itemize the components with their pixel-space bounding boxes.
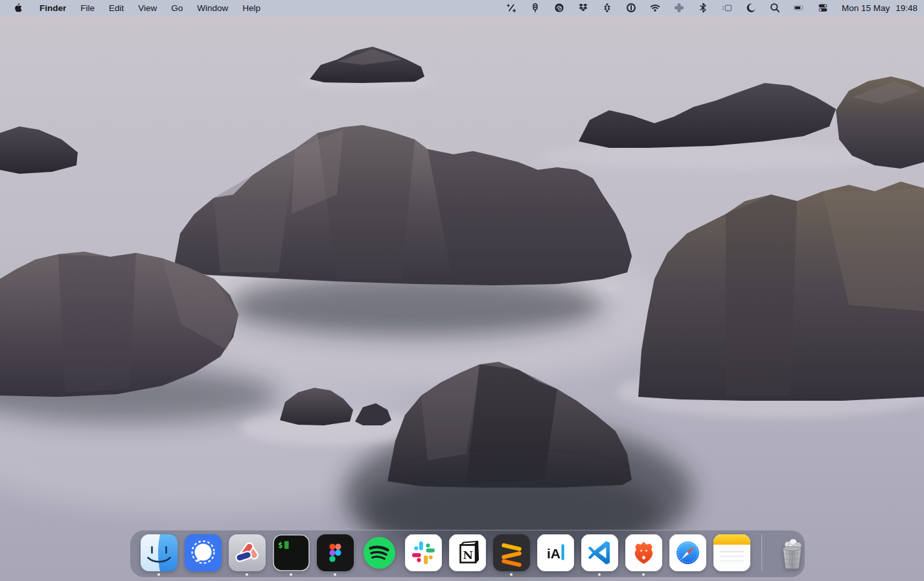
notes-icon (713, 534, 750, 571)
dock-item-trash[interactable] (774, 530, 811, 578)
svg-text:iA: iA (547, 546, 560, 561)
menu-bar-clock[interactable]: Mon 15 May 19:48 (835, 3, 918, 13)
ia-writer-icon: iA (537, 534, 574, 571)
power-circle-icon[interactable] (619, 0, 643, 16)
dock-item-safari[interactable] (669, 530, 706, 578)
menu-bar: Finder File Edit View Go Window Help (0, 0, 924, 16)
svg-text:N: N (463, 548, 473, 561)
dots-cluster-icon[interactable] (595, 0, 619, 16)
brave-icon (625, 534, 662, 571)
dock-item-notion[interactable]: N (449, 530, 486, 578)
dock-item-sublime-text[interactable] (493, 530, 530, 578)
svg-text:$: $ (278, 540, 283, 550)
apple-menu[interactable] (5, 0, 32, 16)
dock-item-arc[interactable] (229, 530, 266, 578)
running-indicator (157, 573, 160, 576)
bluetooth-icon[interactable] (691, 0, 715, 16)
dropbox-icon[interactable] (572, 0, 595, 16)
slack-icon (405, 534, 442, 571)
window-snap-icon[interactable] (715, 0, 739, 16)
menu-finder[interactable]: Finder (32, 0, 73, 16)
menu-bar-status-area: Mon 15 May 19:48 (500, 0, 924, 16)
notion-icon: N (449, 534, 486, 571)
desktop-wallpaper (0, 0, 924, 581)
running-indicator (642, 573, 645, 576)
menu-file[interactable]: File (73, 0, 102, 16)
plus-cross-icon[interactable] (667, 0, 691, 16)
trash-full-icon (774, 534, 811, 571)
safari-icon (669, 534, 706, 571)
apple-icon (14, 3, 23, 13)
terminal-icon: $ (273, 534, 310, 571)
battery-icon[interactable] (787, 0, 811, 16)
menu-go[interactable]: Go (164, 0, 190, 16)
dock-item-finder[interactable] (141, 530, 178, 578)
adobe-creative-cloud-icon[interactable] (548, 0, 572, 16)
vscode-icon (581, 534, 618, 571)
running-indicator (290, 573, 292, 576)
dock-separator (761, 534, 762, 571)
dock-item-spotify[interactable] (361, 530, 398, 578)
menu-window[interactable]: Window (190, 0, 235, 16)
signal-icon (185, 534, 222, 571)
sublime-text-icon (493, 534, 530, 571)
dock-item-notes[interactable] (713, 530, 750, 578)
dock-item-slack[interactable] (405, 530, 442, 578)
dock-item-ia-writer[interactable]: iA (537, 530, 574, 578)
dock-item-vscode[interactable] (581, 530, 618, 578)
control-center-icon[interactable] (811, 0, 835, 16)
dock: $ (130, 530, 805, 578)
dock-item-signal[interactable] (185, 530, 222, 578)
pill-lines-icon[interactable] (524, 0, 548, 16)
dock-item-figma[interactable] (317, 530, 354, 578)
clock-date: Mon 15 May (842, 3, 890, 13)
spotlight-icon[interactable] (763, 0, 787, 16)
finder-icon (141, 534, 178, 571)
running-indicator (510, 573, 513, 576)
dock-item-brave[interactable] (625, 530, 662, 578)
clock-time: 19:48 (895, 3, 918, 13)
menu-help[interactable]: Help (235, 0, 268, 16)
running-indicator (246, 573, 248, 576)
running-indicator (598, 573, 601, 576)
menu-edit[interactable]: Edit (102, 0, 131, 16)
sparkle-slash-icon[interactable] (500, 0, 524, 16)
focus-moon-icon[interactable] (739, 0, 763, 16)
menu-view[interactable]: View (131, 0, 164, 16)
spotify-icon (361, 534, 398, 571)
arc-icon (229, 534, 266, 571)
figma-icon (317, 534, 354, 571)
menu-bar-left: Finder File Edit View Go Window Help (0, 0, 268, 16)
running-indicator (334, 573, 336, 576)
dock-item-terminal[interactable]: $ (273, 530, 310, 578)
wifi-icon[interactable] (643, 0, 667, 16)
